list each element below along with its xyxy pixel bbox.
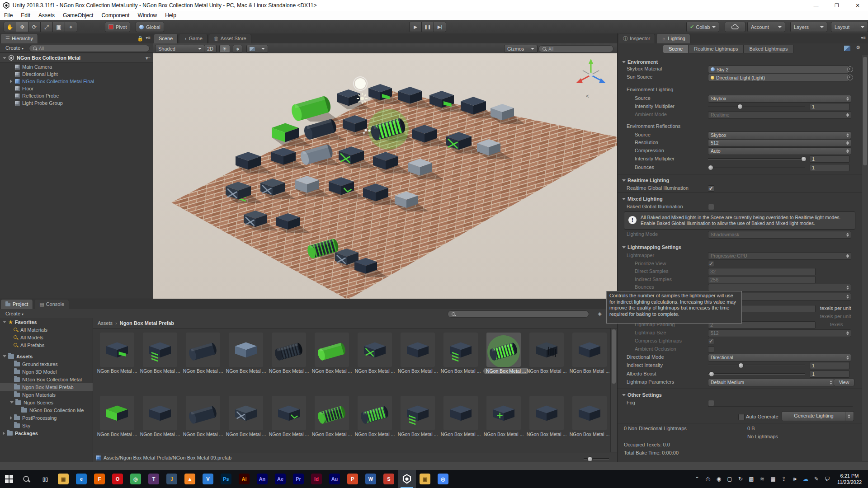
compression-dropdown[interactable]: Auto <box>708 147 851 155</box>
global-button[interactable]: Global <box>136 22 164 32</box>
rect-tool[interactable]: ▣ <box>53 22 65 32</box>
generate-lighting-dropdown[interactable] <box>845 411 854 421</box>
refl-bounces-value[interactable]: 1 <box>810 164 849 171</box>
object-picker-icon[interactable] <box>847 66 853 72</box>
account-button[interactable]: Account <box>747 22 785 32</box>
foldout-arrow[interactable] <box>10 416 12 420</box>
cloud-button[interactable] <box>725 22 745 32</box>
view-button[interactable]: View <box>834 379 854 386</box>
folder-item[interactable]: Ngon Scenes <box>0 399 93 406</box>
menu-assets[interactable]: Assets <box>34 11 59 20</box>
realtime-lighting-header[interactable]: Realtime Lighting <box>622 176 866 184</box>
menu-window[interactable]: Window <box>133 11 161 20</box>
tab-asset-store[interactable]: 🗑Asset Store <box>209 34 251 43</box>
maximize-button[interactable]: ❐ <box>826 0 847 11</box>
indesign-icon[interactable]: Id <box>307 470 326 488</box>
folder-item[interactable]: Ground textures <box>0 360 93 368</box>
printer-icon[interactable]: ⎙ <box>703 470 713 488</box>
volume-icon[interactable]: 🕪 <box>789 470 800 488</box>
layout-button[interactable]: Layout <box>831 22 868 32</box>
asset-item[interactable]: NGon Box Metal ... <box>311 396 352 437</box>
tor-icon[interactable]: T <box>145 470 163 488</box>
persp-collapse[interactable]: < <box>586 93 589 99</box>
hierarchy-item[interactable]: Main Camera <box>0 63 153 70</box>
shield-icon[interactable]: ◉ <box>713 470 724 488</box>
favorite-item[interactable]: All Models <box>0 333 93 341</box>
pause-button[interactable]: ❚❚ <box>422 22 434 32</box>
word-icon[interactable]: W <box>362 470 380 488</box>
expand-arrow[interactable] <box>10 80 12 83</box>
pivot-button[interactable]: Pivot <box>105 22 130 32</box>
auto-generate-checkbox[interactable] <box>738 414 745 420</box>
foldout-arrow[interactable] <box>3 57 6 59</box>
env-intensity-value[interactable]: 1 <box>810 103 849 110</box>
asset-item[interactable]: NGon Box Metal ... <box>269 396 309 437</box>
badge-icon[interactable]: ▦ <box>768 470 778 488</box>
sun-source-field[interactable]: Directional Light (Light) <box>708 74 849 81</box>
scene-search-input[interactable]: All <box>538 45 613 52</box>
refl-intensity-slider[interactable] <box>708 158 805 160</box>
effects-toggle[interactable] <box>246 45 268 53</box>
chrome2-icon[interactable]: ◎ <box>434 470 452 488</box>
audio-toggle[interactable]: 🕩 <box>233 45 242 53</box>
task-view-icon[interactable]: ▯▯ <box>36 470 54 488</box>
asset-item[interactable]: NGon Box Metal ... <box>140 333 180 374</box>
folder-item[interactable]: PostProcessing <box>0 414 93 422</box>
foldout-arrow[interactable] <box>3 355 6 357</box>
menu-component[interactable]: Component <box>97 11 133 20</box>
thumbnail-size-slider[interactable] <box>584 458 609 460</box>
asset-item[interactable]: NGon Box Metal ... <box>526 396 567 437</box>
premiere-icon[interactable]: Pr <box>289 470 307 488</box>
hierarchy-item[interactable]: Floor <box>0 85 153 92</box>
gizmos-dropdown[interactable]: Gizmos <box>504 45 538 53</box>
subtab-realtime-lightmaps[interactable]: Realtime Lightmaps <box>689 45 744 53</box>
refl-resolution-dropdown[interactable]: 512 <box>708 139 851 147</box>
opera-icon[interactable]: O <box>108 470 127 488</box>
collab-button[interactable]: ✔ Collab <box>686 22 719 32</box>
folder-item[interactable]: Ngon 3D Model <box>0 368 93 375</box>
tab-hierarchy[interactable]: ☰Hierarchy <box>1 34 38 43</box>
hierarchy-search-input[interactable]: All <box>29 45 150 52</box>
search-icon[interactable] <box>18 470 36 488</box>
other-settings-header[interactable]: Other Settings <box>622 391 866 399</box>
baked-gi-checkbox[interactable] <box>708 204 714 210</box>
tab-game[interactable]: ◖Game <box>179 34 208 43</box>
illustrator-icon[interactable]: Ai <box>235 470 253 488</box>
asset-item[interactable]: NGon Box Metal ... <box>569 396 610 437</box>
mixed-lighting-header[interactable]: Mixed Lighting <box>622 195 866 203</box>
asset-item[interactable]: NGon Box Metal ... <box>440 333 481 374</box>
hierarchy-item[interactable]: Light Probe Group <box>0 99 153 107</box>
asset-item[interactable]: NGon Box Metal ... <box>483 333 524 374</box>
onedrive-icon[interactable]: ☁ <box>800 470 811 488</box>
taskbar-clock[interactable]: 6:21 PM 11/23/2022 <box>833 473 866 485</box>
transform-tool[interactable]: ⌖ <box>65 22 77 32</box>
lock-icon[interactable]: 🔒 <box>137 36 143 42</box>
step-button[interactable]: ▶| <box>434 22 446 32</box>
vscode-icon[interactable]: V <box>199 470 217 488</box>
asset-item[interactable]: NGon Box Metal ... <box>397 333 438 374</box>
grid-scrollbar[interactable] <box>610 328 617 452</box>
tab-project[interactable]: Project <box>1 300 33 309</box>
tab-lighting[interactable]: ☼Lighting <box>657 34 690 43</box>
vlc-icon[interactable]: ▲ <box>181 470 199 488</box>
tab-console[interactable]: ▤Console <box>35 300 69 309</box>
firefox-icon[interactable]: F <box>90 470 108 488</box>
lighting-scrollbar[interactable] <box>862 55 868 461</box>
asset-item[interactable]: NGon Box Metal ... <box>311 333 352 374</box>
env-source-dropdown[interactable]: Skybox <box>708 95 851 103</box>
asset-item[interactable]: NGon Box Metal ... <box>226 396 266 437</box>
foldout-arrow[interactable] <box>3 321 6 323</box>
favorites-root[interactable]: ★Favorites <box>0 318 93 326</box>
tab-scene[interactable]: Scene <box>154 34 178 43</box>
asset-item[interactable]: NGon Box Metal ... <box>269 333 309 374</box>
folder-item[interactable]: NGon Box Collection Me <box>0 406 93 414</box>
object-picker-icon[interactable] <box>847 75 853 80</box>
shading-mode-dropdown[interactable]: Shaded <box>155 45 205 53</box>
realtime-gi-checkbox[interactable] <box>708 185 714 192</box>
move-tool[interactable]: ✥ <box>16 22 28 32</box>
lightmap-parameters-dropdown[interactable]: Default-Medium <box>708 379 835 386</box>
rotate-tool[interactable]: ⟳ <box>28 22 41 32</box>
2d-toggle[interactable]: 2D <box>204 45 217 53</box>
indirect-intensity-slider[interactable] <box>708 365 805 366</box>
breadcrumb-root[interactable]: Assets <box>98 320 113 326</box>
